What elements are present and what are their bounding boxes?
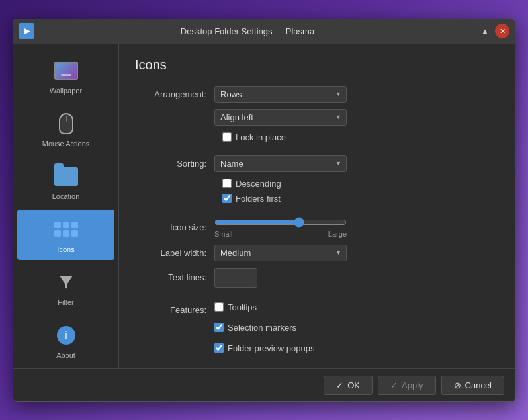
descending-checkbox[interactable] bbox=[222, 179, 232, 188]
svg-marker-0 bbox=[60, 276, 73, 289]
wallpaper-icon bbox=[53, 58, 79, 84]
features-row: Features: Tooltips Selection markers Fol… bbox=[135, 302, 499, 358]
slider-small-label: Small bbox=[214, 230, 233, 238]
cancel-label: Cancel bbox=[465, 380, 492, 390]
icon-size-slider[interactable] bbox=[214, 217, 347, 228]
mouse-icon bbox=[53, 110, 79, 137]
sidebar-item-label: Mouse Actions bbox=[42, 140, 90, 147]
filter-icon bbox=[53, 269, 79, 296]
sidebar-item-location[interactable]: Location bbox=[17, 157, 114, 207]
minimize-button[interactable]: — bbox=[461, 24, 475, 38]
descending-row: Descending bbox=[222, 179, 499, 189]
window-title: Desktop Folder Settings — Plasma bbox=[34, 26, 461, 36]
selection-markers-label[interactable]: Selection markers bbox=[228, 323, 296, 333]
sidebar-item-label: Location bbox=[52, 192, 80, 200]
sidebar-item-label: About bbox=[56, 351, 75, 359]
sidebar: Wallpaper Mouse Actions Location bbox=[13, 44, 119, 368]
text-lines-spinbox: ▲ ▼ bbox=[214, 268, 257, 288]
content-area: Wallpaper Mouse Actions Location bbox=[13, 44, 515, 368]
icon-size-row: Icon size: Small Large bbox=[135, 217, 499, 238]
cancel-button[interactable]: ⊘ Cancel bbox=[441, 376, 504, 395]
label-width-select-wrapper: Short Medium Long Unlimited bbox=[214, 245, 347, 261]
sidebar-item-wallpaper[interactable]: Wallpaper bbox=[17, 51, 114, 101]
features-checkboxes: Tooltips Selection markers Folder previe… bbox=[214, 302, 315, 358]
text-lines-row: Text lines: ▲ ▼ bbox=[135, 268, 499, 288]
location-icon bbox=[53, 163, 79, 190]
sidebar-item-label: Icons bbox=[57, 245, 74, 253]
label-width-row: Label width: Short Medium Long Unlimited bbox=[135, 245, 499, 261]
folders-first-checkbox[interactable] bbox=[222, 194, 232, 203]
tooltips-label[interactable]: Tooltips bbox=[228, 302, 257, 312]
label-width-select[interactable]: Short Medium Long Unlimited bbox=[214, 245, 347, 261]
selection-markers-checkbox[interactable] bbox=[214, 323, 224, 332]
slider-large-label: Large bbox=[328, 230, 347, 238]
text-lines-label: Text lines: bbox=[135, 273, 214, 282]
folder-preview-row: Folder preview popups bbox=[214, 343, 315, 353]
folder-preview-label[interactable]: Folder preview popups bbox=[228, 343, 315, 353]
arrangement-select[interactable]: Rows Columns bbox=[214, 86, 347, 103]
titlebar-buttons: — ▲ ✕ bbox=[461, 24, 509, 38]
features-label: Features: bbox=[135, 302, 214, 315]
sorting-row: Sorting: Name Size Type Date bbox=[135, 155, 499, 172]
icon-size-slider-container: Small Large bbox=[214, 217, 347, 238]
info-icon: i bbox=[53, 322, 79, 349]
sidebar-item-icons[interactable]: Icons bbox=[17, 210, 114, 260]
descending-label[interactable]: Descending bbox=[236, 179, 281, 189]
selection-markers-row: Selection markers bbox=[214, 323, 315, 333]
icons-icon bbox=[53, 216, 79, 243]
page-title: Icons bbox=[135, 58, 499, 73]
lock-in-place-label[interactable]: Lock in place bbox=[236, 132, 286, 142]
ok-icon: ✓ bbox=[336, 380, 343, 390]
main-panel: Icons Arrangement: Rows Columns Align le… bbox=[119, 44, 515, 368]
sorting-select-wrapper: Name Size Type Date bbox=[214, 155, 347, 172]
slider-labels: Small Large bbox=[214, 230, 347, 238]
tooltips-checkbox[interactable] bbox=[214, 302, 224, 312]
apply-icon: ✓ bbox=[390, 380, 398, 390]
folders-first-label[interactable]: Folders first bbox=[236, 194, 281, 204]
sorting-select[interactable]: Name Size Type Date bbox=[214, 155, 347, 172]
window: ▶ Desktop Folder Settings — Plasma — ▲ ✕… bbox=[13, 19, 515, 402]
tooltips-row: Tooltips bbox=[214, 302, 315, 312]
sidebar-item-mouse-actions[interactable]: Mouse Actions bbox=[17, 104, 114, 154]
sorting-label: Sorting: bbox=[135, 159, 214, 169]
lock-in-place-checkbox[interactable] bbox=[222, 132, 232, 142]
label-width-label: Label width: bbox=[135, 248, 214, 258]
ok-label: OK bbox=[347, 380, 360, 390]
cancel-icon: ⊘ bbox=[454, 380, 461, 390]
text-lines-input[interactable] bbox=[215, 269, 257, 287]
folder-preview-checkbox[interactable] bbox=[214, 343, 224, 353]
lock-in-place-row: Lock in place bbox=[222, 132, 499, 142]
app-icon: ▶ bbox=[19, 23, 34, 39]
arrangement-row: Arrangement: Rows Columns bbox=[135, 86, 499, 103]
align-select-wrapper: Align left Align right Align top Align b… bbox=[214, 109, 347, 126]
arrangement-label: Arrangement: bbox=[135, 89, 214, 99]
folders-first-row: Folders first bbox=[222, 194, 499, 204]
sidebar-item-label: Wallpaper bbox=[50, 87, 82, 95]
sidebar-item-filter[interactable]: Filter bbox=[17, 263, 114, 313]
sidebar-item-label: Filter bbox=[58, 298, 73, 306]
footer: ✓ OK ✓ Apply ⊘ Cancel bbox=[13, 368, 515, 401]
icon-size-label: Icon size: bbox=[135, 222, 214, 232]
sidebar-item-about[interactable]: i About bbox=[17, 315, 114, 366]
apply-button[interactable]: ✓ Apply bbox=[378, 376, 436, 395]
maximize-button[interactable]: ▲ bbox=[478, 24, 492, 38]
ok-button[interactable]: ✓ OK bbox=[324, 376, 373, 395]
titlebar: ▶ Desktop Folder Settings — Plasma — ▲ ✕ bbox=[13, 19, 515, 44]
align-select[interactable]: Align left Align right Align top Align b… bbox=[214, 109, 347, 126]
apply-label: Apply bbox=[402, 380, 423, 390]
arrangement-select-wrapper: Rows Columns bbox=[214, 86, 347, 103]
close-button[interactable]: ✕ bbox=[495, 24, 509, 38]
align-row: Align left Align right Align top Align b… bbox=[135, 109, 499, 126]
